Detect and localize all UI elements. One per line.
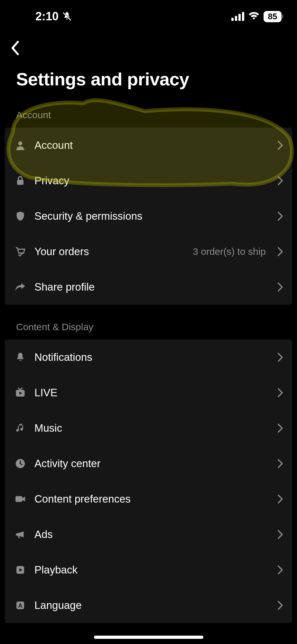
status-time: 2:10 bbox=[35, 10, 59, 23]
chevron-right-icon bbox=[277, 530, 283, 539]
svg-rect-11 bbox=[15, 496, 22, 502]
page-title: Settings and privacy bbox=[0, 62, 297, 102]
lock-icon bbox=[14, 174, 27, 187]
row-label: Your orders bbox=[34, 245, 185, 258]
nav-bar bbox=[0, 29, 297, 62]
wifi-icon bbox=[248, 12, 260, 21]
row-label: Ads bbox=[34, 528, 266, 541]
row-label: Privacy bbox=[34, 175, 266, 187]
megaphone-icon bbox=[14, 528, 27, 541]
row-label: Security & permissions bbox=[34, 210, 266, 222]
row-language[interactable]: A Language bbox=[5, 588, 292, 623]
camera-icon bbox=[14, 493, 27, 505]
chevron-right-icon bbox=[277, 211, 283, 221]
row-label: LIVE bbox=[34, 387, 266, 399]
svg-point-6 bbox=[18, 141, 23, 146]
row-label: Language bbox=[34, 599, 266, 611]
chevron-right-icon bbox=[277, 247, 283, 256]
chevron-right-icon bbox=[277, 459, 283, 468]
status-bar: 2:10 85 bbox=[0, 0, 297, 29]
svg-rect-4 bbox=[238, 14, 241, 21]
chevron-right-icon bbox=[277, 352, 283, 362]
back-button[interactable] bbox=[10, 40, 20, 56]
svg-text:A: A bbox=[18, 602, 22, 609]
svg-rect-7 bbox=[17, 180, 23, 185]
section-header-content-display: Content & Display bbox=[0, 314, 297, 340]
section-header-account: Account bbox=[0, 102, 297, 128]
row-account[interactable]: Account bbox=[5, 128, 292, 163]
row-live[interactable]: LIVE bbox=[5, 375, 292, 410]
svg-rect-3 bbox=[235, 16, 237, 21]
svg-rect-2 bbox=[231, 18, 234, 21]
status-left: 2:10 bbox=[35, 10, 72, 23]
row-orders[interactable]: Your orders 3 order(s) to ship bbox=[5, 234, 292, 269]
bell-icon bbox=[14, 351, 27, 364]
tv-icon bbox=[14, 386, 27, 399]
row-ads[interactable]: Ads bbox=[5, 517, 292, 552]
shield-icon bbox=[14, 210, 27, 223]
chevron-right-icon bbox=[277, 423, 283, 433]
row-label: Account bbox=[34, 139, 266, 151]
chevron-right-icon bbox=[277, 140, 283, 150]
row-activity-center[interactable]: Activity center bbox=[5, 446, 292, 481]
row-detail: 3 order(s) to ship bbox=[193, 246, 266, 257]
row-label: Activity center bbox=[34, 457, 266, 470]
row-label: Notifications bbox=[34, 351, 266, 363]
chevron-right-icon bbox=[277, 565, 283, 575]
battery-percent: 85 bbox=[264, 11, 282, 22]
row-privacy[interactable]: Privacy bbox=[5, 163, 292, 198]
mute-icon bbox=[62, 11, 72, 22]
row-security[interactable]: Security & permissions bbox=[5, 198, 292, 234]
play-icon bbox=[14, 563, 27, 576]
row-music[interactable]: Music bbox=[5, 410, 292, 446]
chevron-right-icon bbox=[277, 494, 283, 504]
row-label: Playback bbox=[34, 564, 266, 576]
row-playback[interactable]: Playback bbox=[5, 552, 292, 588]
chevron-right-icon bbox=[277, 176, 283, 186]
cart-icon bbox=[14, 245, 27, 258]
clock-icon bbox=[14, 457, 27, 470]
row-share-profile[interactable]: Share profile bbox=[5, 269, 292, 305]
music-icon bbox=[14, 422, 27, 435]
row-content-preferences[interactable]: Content preferences bbox=[5, 481, 292, 517]
svg-rect-5 bbox=[242, 12, 244, 21]
status-right: 85 bbox=[231, 11, 284, 22]
battery-tip-icon bbox=[282, 14, 284, 19]
row-label: Music bbox=[34, 422, 266, 434]
cellular-signal-icon bbox=[231, 12, 244, 21]
row-label: Content preferences bbox=[34, 493, 266, 505]
chevron-right-icon bbox=[277, 282, 283, 292]
home-indicator[interactable] bbox=[94, 636, 203, 639]
row-label: Share profile bbox=[34, 281, 266, 293]
chevron-right-icon bbox=[277, 388, 283, 398]
settings-group-content-display: Notifications LIVE Music Activity center… bbox=[5, 340, 292, 623]
settings-group-account: Account Privacy Security & permissions Y… bbox=[5, 128, 292, 305]
battery-indicator: 85 bbox=[264, 11, 284, 22]
person-icon bbox=[14, 139, 27, 152]
share-icon bbox=[14, 281, 27, 293]
letter-a-icon: A bbox=[14, 599, 27, 612]
chevron-right-icon bbox=[277, 601, 283, 610]
row-notifications[interactable]: Notifications bbox=[5, 340, 292, 375]
